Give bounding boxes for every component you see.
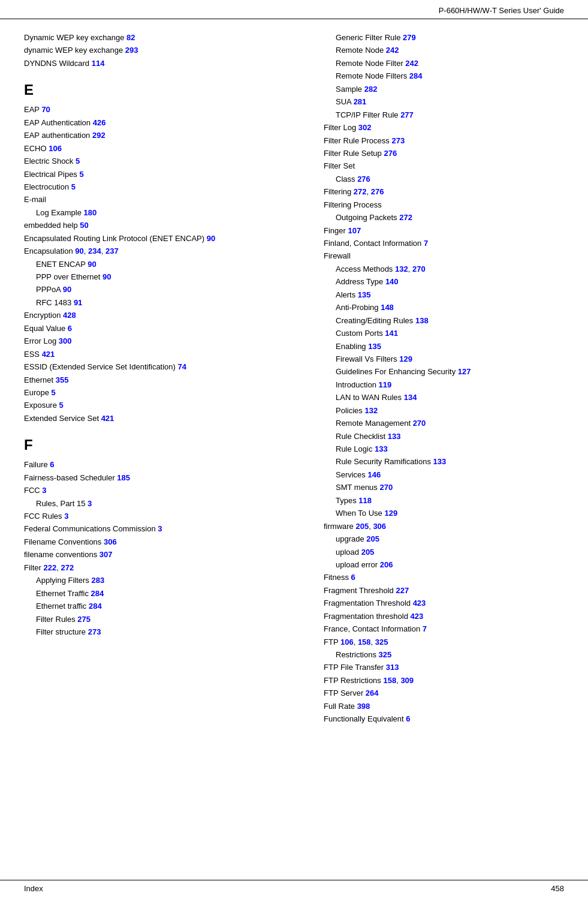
footer-index: Index <box>24 884 43 893</box>
list-item: ECHO 106 <box>24 142 300 155</box>
list-item: FTP 106, 158, 325 <box>324 636 564 648</box>
list-item: Finland, Contact Information 7 <box>324 237 564 249</box>
right-filter-sub-container: Generic Filter Rule 279Remote Node 242Re… <box>324 31 564 121</box>
list-item: Encapsulated Routing Link Protocol (ENET… <box>24 232 300 245</box>
list-item: Ethernet 355 <box>24 374 300 386</box>
list-item: ESSID (Extended Service Set Identificati… <box>24 360 300 373</box>
list-item: Sample 282 <box>324 83 564 95</box>
left-column: Dynamic WEP key exchange 82dynamic WEP k… <box>24 31 300 726</box>
list-item: Extended Service Set 421 <box>24 412 300 425</box>
list-item: EAP 70 <box>24 103 300 116</box>
list-item: PPPoA 90 <box>24 283 300 296</box>
list-item: Ethernet traffic 284 <box>24 600 300 612</box>
list-item: Filename Conventions 306 <box>24 536 300 548</box>
list-item: Log Example 180 <box>24 206 300 219</box>
list-item: E-mail <box>24 193 300 206</box>
section-f-letter: F <box>24 437 300 453</box>
list-item: SMT menus 270 <box>324 481 564 494</box>
right-column: Generic Filter Rule 279Remote Node 242Re… <box>324 31 564 726</box>
list-item: Filter Rules 275 <box>24 613 300 626</box>
list-item: Equal Value 6 <box>24 322 300 335</box>
list-item: Restrictions 325 <box>324 648 564 661</box>
list-item: SUA 281 <box>324 95 564 108</box>
list-item: Outgoing Packets 272 <box>324 211 564 224</box>
list-item: Class 276 <box>324 173 564 185</box>
list-item: Europe 5 <box>24 386 300 399</box>
list-item: Electrocution 5 <box>24 181 300 193</box>
list-item: Remote Node Filters 284 <box>324 70 564 82</box>
list-item: Filter Rule Setup 276 <box>324 147 564 160</box>
list-item: Applying Filters 283 <box>24 574 300 587</box>
list-item: Remote Node 242 <box>324 44 564 56</box>
list-item: RFC 1483 91 <box>24 296 300 309</box>
list-item: Encryption 428 <box>24 309 300 321</box>
list-item: Full Rate 398 <box>324 700 564 712</box>
top-entries: Dynamic WEP key exchange 82dynamic WEP k… <box>24 31 300 70</box>
list-item: Filter 222, 272 <box>24 561 300 574</box>
list-item: Address Type 140 <box>324 275 564 288</box>
list-item: EAP Authentication 426 <box>24 116 300 129</box>
section-e-letter: E <box>24 82 300 98</box>
list-item: Filter Rule Process 273 <box>324 134 564 147</box>
list-item: FTP Server 264 <box>324 687 564 699</box>
left-f-entries-container: Failure 6Fairness-based Scheduler 185FCC… <box>24 458 300 638</box>
list-item: Generic Filter Rule 279 <box>324 31 564 44</box>
list-item: FCC 3 <box>24 484 300 497</box>
list-item: Access Methods 132, 270 <box>324 263 564 275</box>
list-item: Ethernet Traffic 284 <box>24 587 300 600</box>
list-item: embedded help 50 <box>24 219 300 231</box>
list-item: Encapsulation 90, 234, 237 <box>24 245 300 257</box>
list-item: Guidelines For Enhancing Security 127 <box>324 365 564 378</box>
list-item: Enabling 135 <box>324 340 564 353</box>
list-item: Services 146 <box>324 468 564 481</box>
list-item: Filtering Process <box>324 199 564 211</box>
list-item: ESS 421 <box>24 348 300 360</box>
list-item: upgrade 205 <box>324 533 564 545</box>
list-item: Types 118 <box>324 494 564 507</box>
list-item: Firewall <box>324 249 564 262</box>
list-item: Introduction 119 <box>324 378 564 391</box>
list-item: Fitness 6 <box>324 571 564 584</box>
list-item: Fragment Threshold 227 <box>324 584 564 597</box>
list-item: DYNDNS Wildcard 114 <box>24 57 300 70</box>
list-item: Fragmentation Threshold 423 <box>324 597 564 609</box>
list-item: Filter structure 273 <box>24 626 300 638</box>
list-item: Creating/Editing Rules 138 <box>324 314 564 327</box>
list-item: firmware 205, 306 <box>324 520 564 533</box>
list-item: Remote Management 270 <box>324 417 564 429</box>
list-item: Custom Ports 141 <box>324 327 564 339</box>
list-item: PPP over Ethernet 90 <box>24 270 300 283</box>
list-item: ENET ENCAP 90 <box>24 258 300 270</box>
list-item: FTP Restrictions 158, 309 <box>324 674 564 687</box>
page-footer: Index 458 <box>0 880 588 893</box>
list-item: Federal Communications Commission 3 <box>24 522 300 535</box>
list-item: Electrical Pipes 5 <box>24 168 300 181</box>
list-item: Firewall Vs Filters 129 <box>324 353 564 365</box>
list-item: Alerts 135 <box>324 288 564 301</box>
right-entries-container: Filter Log 302Filter Rule Process 273Fil… <box>324 121 564 726</box>
list-item: upload 205 <box>324 546 564 558</box>
list-item: Finger 107 <box>324 224 564 237</box>
list-item: Policies 132 <box>324 404 564 417</box>
list-item: FTP File Transfer 313 <box>324 661 564 674</box>
footer-page: 458 <box>551 884 564 893</box>
left-entries-container: EAP 70EAP Authentication 426EAP authenti… <box>24 103 300 425</box>
list-item: Filter Set <box>324 160 564 172</box>
list-item: Dynamic WEP key exchange 82 <box>24 31 300 44</box>
list-item: Fragmentation threshold 423 <box>324 610 564 623</box>
list-item: Filtering 272, 276 <box>324 185 564 198</box>
list-item: filename conventions 307 <box>24 548 300 561</box>
list-item: Rule Checklist 133 <box>324 430 564 443</box>
list-item: Exposure 5 <box>24 399 300 411</box>
list-item: TCP/IP Filter Rule 277 <box>324 109 564 121</box>
list-item: EAP authentication 292 <box>24 129 300 142</box>
list-item: When To Use 129 <box>324 507 564 519</box>
page-header: P-660H/HW/W-T Series User' Guide <box>0 0 588 19</box>
list-item: Fairness-based Scheduler 185 <box>24 471 300 484</box>
list-item: Rule Logic 133 <box>324 443 564 455</box>
list-item: Anti-Probing 148 <box>324 301 564 314</box>
list-item: Rules, Part 15 3 <box>24 497 300 510</box>
list-item: Electric Shock 5 <box>24 155 300 167</box>
list-item: Error Log 300 <box>24 335 300 347</box>
list-item: FCC Rules 3 <box>24 510 300 522</box>
